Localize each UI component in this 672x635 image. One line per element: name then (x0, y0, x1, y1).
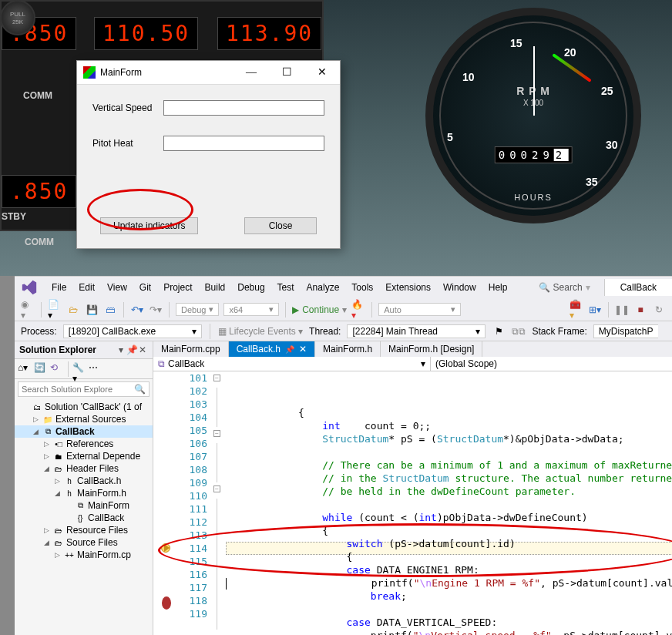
tree-node[interactable]: ▷🗁Resource Files (15, 524, 153, 536)
freq-display-2: 110.50 (94, 17, 198, 50)
tree-node[interactable]: ◢hMainForm.h (15, 487, 153, 499)
config-dropdown[interactable]: Debug▾ (176, 303, 219, 316)
menu-tools[interactable]: Tools (345, 279, 379, 296)
toolbar: ◉ ▾ 📄▾ 🗁 💾 🗃 ↶▾ ↷▾ Debug▾ x64▾ ▶Continue… (15, 298, 672, 321)
minimize-button[interactable]: — (234, 61, 269, 84)
stackframe-dropdown[interactable]: MyDispatchP (593, 324, 658, 338)
process-label: Process: (21, 326, 57, 337)
home-icon[interactable]: ⌂▾ (18, 362, 32, 376)
search-box[interactable]: 🔍 Search ▾ (526, 281, 603, 294)
tree-node[interactable]: ▷📁External Sources (15, 413, 153, 425)
save-all-icon[interactable]: 🗃 (103, 303, 117, 317)
solution-tree[interactable]: 🗂Solution 'CallBack' (1 of▷📁External Sou… (15, 399, 153, 635)
platform-dropdown[interactable]: x64▾ (223, 303, 279, 316)
thread-label: Thread: (309, 326, 341, 337)
tree-node[interactable]: ▷hCallBack.h (15, 475, 153, 487)
auto-dropdown[interactable]: Auto▾ (378, 303, 461, 316)
close-button[interactable]: ✕ (304, 61, 340, 84)
solution-explorer: Solution Explorer ▾ 📌 ✕ ⌂▾ 🔄 ⟲ 🔧▾ ⋯ 🔍 🗂S… (15, 341, 153, 635)
menu-view[interactable]: View (101, 279, 133, 296)
tab[interactable]: CallBack.h📌✕ (229, 341, 315, 357)
tree-node[interactable]: ◢⧉CallBack (15, 425, 153, 438)
gauge-tick-30: 30 (606, 139, 618, 151)
search-label: Search (553, 282, 583, 293)
active-doc-button[interactable]: CallBack (604, 279, 672, 296)
process-dropdown[interactable]: [18920] CallBack.exe▾ (63, 324, 202, 338)
sync-icon[interactable]: 🔄 (34, 362, 48, 376)
pitot-heat-input[interactable] (163, 136, 324, 151)
pitot-heat-label: Pitot Heat (92, 138, 163, 149)
back-icon[interactable]: ◉ ▾ (21, 303, 35, 317)
close-panel-icon[interactable]: ✕ (137, 344, 148, 355)
nav-bar: ⧉ CallBack ▾ (Global Scope) (153, 357, 672, 371)
close-form-button[interactable]: Close (244, 217, 317, 234)
menu-analyze[interactable]: Analyze (301, 279, 346, 296)
menu-edit[interactable]: Edit (72, 279, 101, 296)
redo-icon[interactable]: ↷▾ (149, 303, 163, 317)
tree-node[interactable]: 🗂Solution 'CallBack' (1 of (15, 401, 153, 413)
class-nav-combo[interactable]: ⧉ CallBack ▾ (153, 357, 431, 371)
window-title: MainForm (100, 67, 234, 78)
panel-options-icon[interactable]: ▾ (116, 344, 126, 355)
window-icon[interactable]: ⊞▾ (588, 303, 602, 317)
menu-window[interactable]: Window (437, 279, 482, 296)
comm-label-1: COMM (23, 90, 52, 101)
menu-build[interactable]: Build (199, 279, 232, 296)
threads-icon[interactable]: ⧉⧉ (512, 324, 526, 338)
gauge-tick-10: 10 (462, 71, 475, 83)
mainform-window[interactable]: MainForm — ☐ ✕ Vertical Speed Pitot Heat… (76, 60, 341, 249)
pull-knob[interactable]: PULL25K (0, 0, 35, 35)
code-editor[interactable]: 1011021031041051061071081091101111121131… (153, 371, 672, 635)
stby-label: STBY (2, 211, 26, 222)
solution-search-input[interactable] (18, 382, 131, 396)
stackframe-label: Stack Frame: (532, 326, 586, 337)
update-indicators-button[interactable]: Update indicators (100, 217, 198, 234)
lifecycle-events-button[interactable]: ▦ Lifecycle Events ▾ (218, 326, 303, 337)
tree-node[interactable]: ◢🗁Source Files (15, 536, 153, 549)
menu-debug[interactable]: Debug (231, 279, 270, 296)
wrench-icon[interactable]: 🔧▾ (72, 362, 86, 376)
menu-help[interactable]: Help (482, 279, 514, 296)
restart-icon[interactable]: ↻ (652, 303, 666, 317)
flag-icon[interactable]: ⚑ (492, 324, 506, 338)
tab[interactable]: MainForm.h (315, 341, 381, 357)
save-icon[interactable]: 💾 (85, 303, 99, 317)
open-icon[interactable]: 🗁 (66, 303, 80, 317)
gauge-hours-label: HOURS (433, 193, 633, 202)
more-icon[interactable]: ⋯ (89, 362, 102, 376)
menu-git[interactable]: Git (133, 279, 157, 296)
menu-file[interactable]: File (45, 279, 72, 296)
search-icon[interactable]: 🔍 (131, 382, 149, 396)
menu-project[interactable]: Project (157, 279, 198, 296)
tree-node[interactable]: ◢🗁Header Files (15, 462, 153, 475)
menu-extensions[interactable]: Extensions (379, 279, 437, 296)
tab[interactable]: MainForm.cpp (153, 341, 229, 357)
tree-node[interactable]: ⧉MainForm (15, 499, 153, 512)
thread-dropdown[interactable]: [22284] Main Thread▾ (347, 324, 486, 338)
solution-explorer-title-bar[interactable]: Solution Explorer ▾ 📌 ✕ (15, 341, 153, 359)
vertical-speed-input[interactable] (163, 100, 324, 116)
switch-icon[interactable]: ⟲ (50, 362, 64, 376)
stop-icon[interactable]: ■ (633, 303, 647, 317)
tree-node[interactable]: {}CallBack (15, 512, 153, 524)
tree-node[interactable]: ▷++MainForm.cp (15, 549, 153, 561)
solution-toolbar: ⌂▾ 🔄 ⟲ 🔧▾ ⋯ (15, 359, 153, 379)
tab[interactable]: MainForm.h [Design] (381, 341, 482, 357)
undo-icon[interactable]: ↶▾ (130, 303, 144, 317)
tree-node[interactable]: ▷🖿External Depende (15, 450, 153, 462)
new-icon[interactable]: 📄▾ (48, 303, 62, 317)
pin-icon[interactable]: 📌 (126, 344, 137, 355)
gauge-tick-20: 20 (564, 46, 576, 59)
scope-nav-combo[interactable]: (Global Scope) (431, 357, 672, 371)
tree-node[interactable]: ▷•□References (15, 438, 153, 450)
pause-icon[interactable]: ❚❚ (615, 303, 629, 317)
toolbox-icon[interactable]: 🧰▾ (570, 303, 583, 317)
hours-odometer: 000292 (495, 146, 573, 163)
maximize-button[interactable]: ☐ (269, 61, 304, 84)
solution-search[interactable]: 🔍 (18, 381, 150, 397)
hot-reload-icon[interactable]: 🔥▾ (351, 303, 365, 317)
gauge-tick-15: 15 (510, 37, 522, 49)
continue-button[interactable]: ▶Continue▾ (292, 304, 347, 315)
titlebar[interactable]: MainForm — ☐ ✕ (77, 61, 340, 85)
menu-test[interactable]: Test (271, 279, 301, 296)
